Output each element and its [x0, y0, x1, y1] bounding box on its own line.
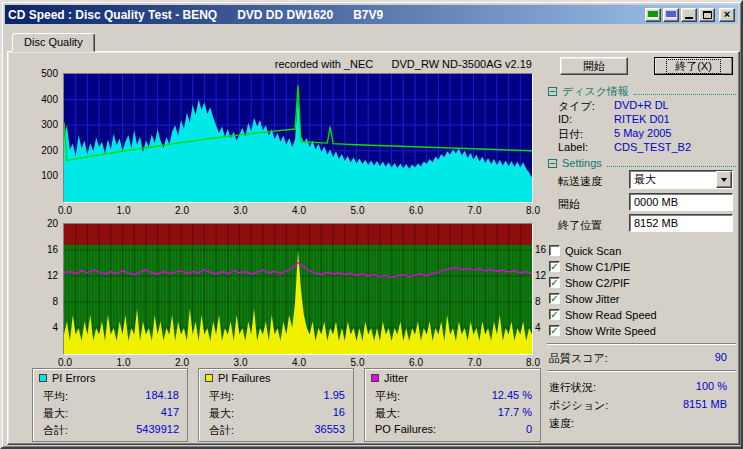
checkbox-show-c1-pie[interactable]: ✓Show C1/PIE	[549, 260, 630, 273]
axis-tick: 3.0	[231, 205, 251, 216]
start-position-input[interactable]: 0000 MB	[629, 193, 733, 211]
checkbox-label: Show C1/PIE	[565, 261, 630, 273]
pie-chart	[63, 73, 533, 203]
section-rule	[634, 88, 736, 95]
total-value: 5439912	[136, 423, 179, 438]
avg-value: 184.18	[145, 389, 179, 404]
axis-tick: 300	[30, 119, 58, 130]
chart-canvas	[64, 74, 532, 202]
checkbox-label: Show Read Speed	[565, 309, 657, 321]
pi-errors-swatch	[39, 374, 47, 382]
checkbox-label: Show Jitter	[565, 293, 619, 305]
legend-title: PI Errors	[52, 372, 95, 384]
axis-tick: 12	[535, 270, 551, 281]
total-label: 合計:	[209, 423, 234, 438]
axis-tick: 4	[535, 322, 551, 333]
section-rule	[607, 160, 736, 167]
axis-tick: 16	[30, 244, 58, 255]
checkbox-show-jitter[interactable]: ✓Show Jitter	[549, 292, 619, 305]
settings-header-label: Settings	[562, 157, 602, 169]
pif-jitter-chart	[63, 223, 533, 355]
disc-date-value: 5 May 2005	[614, 127, 671, 139]
checkbox-show-write-speed[interactable]: ✓Show Write Speed	[549, 324, 656, 337]
axis-tick: 500	[30, 68, 58, 79]
jitter-legend-box: Jitter 平均:12.45 % 最大:17.7 % PO Failures:…	[364, 368, 541, 442]
dropdown-button[interactable]	[716, 171, 732, 188]
axis-tick: 5.0	[348, 357, 368, 368]
end-position-input[interactable]: 8152 MB	[629, 214, 733, 232]
quality-score-value: 90	[715, 351, 727, 363]
position-label: ポジション:	[549, 398, 608, 413]
avg-label: 平均:	[209, 389, 234, 404]
checkbox-quick-scan[interactable]: Quick Scan	[549, 244, 621, 257]
axis-tick: 7.0	[465, 205, 485, 216]
end-position-label: 終了位置	[558, 218, 602, 233]
axis-tick: 0.0	[55, 357, 75, 368]
checkbox-label: Show Write Speed	[565, 325, 656, 337]
po-failures-value: 0	[526, 423, 532, 435]
transfer-speed-label: 転送速度	[558, 174, 602, 189]
speed-label: 速度:	[549, 416, 574, 431]
avg-value: 1.95	[324, 389, 345, 404]
max-value: 16	[333, 406, 345, 421]
disc-info-header-label: ディスク情報	[562, 84, 629, 99]
disc-id-value: RITEK D01	[614, 113, 670, 125]
axis-tick: 2.0	[172, 357, 192, 368]
axis-tick: 8	[535, 296, 551, 307]
max-label: 最大:	[375, 406, 400, 421]
axis-tick: 16	[535, 244, 551, 255]
checkbox-label: Show C2/PIF	[565, 277, 630, 289]
progress-value: 100 %	[696, 380, 727, 392]
axis-tick: 1.0	[114, 357, 134, 368]
disc-type-value: DVD+R DL	[614, 99, 669, 111]
max-label: 最大:	[43, 406, 68, 421]
avg-label: 平均:	[43, 389, 68, 404]
exit-button-label: 終了(X)	[666, 59, 721, 74]
axis-tick: 4.0	[289, 357, 309, 368]
avg-label: 平均:	[375, 389, 400, 404]
separator	[547, 343, 736, 345]
disc-label-label: Label:	[558, 141, 588, 153]
content-layer: recorded with _NEC DVD_RW ND-3500AG v2.1…	[2, 2, 741, 447]
total-label: 合計:	[43, 423, 68, 438]
axis-tick: 7.0	[465, 357, 485, 368]
axis-tick: 8.0	[523, 205, 543, 216]
transfer-speed-select[interactable]: 最大	[629, 170, 733, 189]
app-window: CD Speed : Disc Quality Test - BENQ DVD …	[0, 0, 743, 449]
collapse-section-icon[interactable]	[548, 87, 557, 96]
checkbox-show-read-speed[interactable]: ✓Show Read Speed	[549, 308, 657, 321]
pi-failures-swatch	[205, 374, 213, 382]
axis-tick: 100	[30, 170, 58, 181]
legend-title: Jitter	[384, 372, 408, 384]
progress-label: 進行状況:	[549, 380, 596, 395]
pi-failures-legend-box: PI Failures 平均:1.95 最大:16 合計:36553	[198, 368, 354, 442]
chevron-down-icon	[721, 178, 727, 185]
axis-tick: 8.0	[523, 357, 543, 368]
start-position-label: 開始	[558, 197, 580, 212]
axis-tick: 4	[30, 322, 58, 333]
axis-tick: 6.0	[406, 205, 426, 216]
tab-disc-quality[interactable]: Disc Quality	[12, 33, 95, 52]
axis-tick: 12	[30, 270, 58, 281]
legend-title: PI Failures	[218, 372, 271, 384]
axis-tick: 6.0	[406, 357, 426, 368]
axis-tick: 8	[30, 296, 58, 307]
max-value: 417	[161, 406, 179, 421]
po-failures-label: PO Failures:	[375, 423, 436, 435]
start-button[interactable]: 開始	[560, 57, 628, 75]
disc-label-value: CDS_TEST_B2	[614, 141, 691, 153]
collapse-section-icon[interactable]	[548, 159, 557, 168]
axis-tick: 2.0	[172, 205, 192, 216]
axis-tick: 3.0	[231, 357, 251, 368]
checkbox-label: Quick Scan	[565, 245, 621, 257]
exit-button[interactable]: 終了(X)	[654, 57, 733, 75]
checkbox-show-c2-pif[interactable]: ✓Show C2/PIF	[549, 276, 630, 289]
axis-tick: 0.0	[55, 205, 75, 216]
settings-header: Settings	[548, 157, 736, 169]
position-value: 8151 MB	[683, 398, 727, 410]
jitter-swatch	[371, 374, 379, 382]
transfer-speed-value: 最大	[630, 171, 716, 188]
quality-score-label: 品質スコア:	[549, 351, 608, 366]
axis-tick: 5.0	[348, 205, 368, 216]
max-value: 17.7 %	[498, 406, 532, 421]
